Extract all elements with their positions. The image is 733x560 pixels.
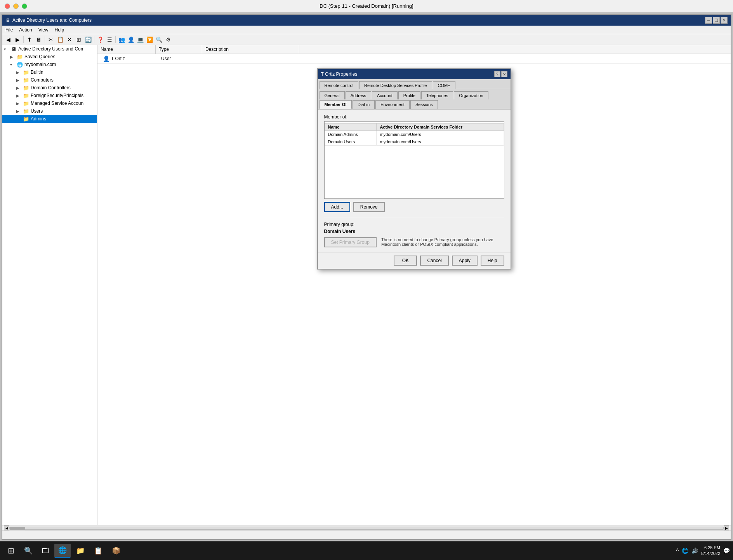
taskbar-task-view[interactable]: 🗔: [38, 544, 53, 558]
taskbar-notifications[interactable]: 💬: [723, 548, 730, 554]
dialog-body: Member of: Name Active Directory Domain …: [318, 110, 511, 252]
tab-environment[interactable]: Environment: [375, 100, 410, 109]
menu-help[interactable]: Help: [52, 26, 68, 33]
taskbar-search[interactable]: 🔍: [20, 544, 36, 558]
tab-remote-desktop[interactable]: Remote Desktop Services Profile: [359, 81, 432, 89]
status-bar: [2, 530, 731, 539]
scroll-thumb[interactable]: [10, 527, 25, 530]
scroll-right-btn[interactable]: ▶: [724, 525, 729, 531]
os-title-text: DC (Step 11 - Created Domain) [Running]: [320, 3, 413, 9]
tab-address[interactable]: Address: [346, 91, 371, 99]
apply-button[interactable]: Apply: [452, 256, 478, 266]
tab-telephones[interactable]: Telephones: [421, 91, 453, 99]
tree-item-admins[interactable]: 📁 Admins: [2, 115, 97, 123]
tree-item-managed-service[interactable]: ▶ 📁 Managed Service Accoun: [2, 99, 97, 107]
toolbar-new[interactable]: ✂: [47, 35, 55, 44]
tree-label-saved-queries: Saved Queries: [24, 54, 55, 59]
tab-dial-in[interactable]: Dial-in: [353, 100, 375, 109]
toolbar-show-console[interactable]: 🖥: [35, 35, 43, 44]
tree-item-computers[interactable]: ▶ 📁 Computers: [2, 76, 97, 84]
dialog-title-text: T Ortiz Properties: [321, 71, 358, 77]
taskbar-speaker[interactable]: 🔊: [691, 548, 698, 554]
taskbar-app2[interactable]: 📦: [108, 544, 124, 558]
tree-expand-domain-controllers[interactable]: ▶: [16, 86, 23, 90]
add-button[interactable]: Add...: [324, 202, 350, 212]
remove-button[interactable]: Remove: [353, 202, 385, 212]
tree-expand-builtin[interactable]: ▶: [16, 70, 23, 75]
menu-view[interactable]: View: [35, 26, 52, 33]
maximize-btn[interactable]: [22, 3, 27, 9]
tab-organization[interactable]: Organization: [454, 91, 488, 99]
h-scrollbar[interactable]: ◀ ▶: [2, 525, 731, 530]
win-controls[interactable]: ─ ❐ ✕: [705, 17, 728, 24]
member-row-domain-users[interactable]: Domain Users mydomain.com/Users: [325, 138, 504, 146]
menu-action[interactable]: Action: [16, 26, 35, 33]
member-name-users: Domain Users: [325, 138, 377, 146]
tab-remote-control[interactable]: Remote control: [320, 81, 359, 89]
taskbar-app1[interactable]: 📋: [90, 544, 106, 558]
os-window-controls[interactable]: [5, 3, 27, 9]
toolbar-add-user[interactable]: 👤: [127, 35, 135, 44]
tab-sessions[interactable]: Sessions: [410, 100, 438, 109]
dialog-title-bar: T Ortiz Properties ? ✕: [318, 69, 511, 79]
toolbar-filter[interactable]: 🔽: [145, 35, 154, 44]
restore-window-btn[interactable]: ❐: [713, 17, 720, 24]
toolbar-extra[interactable]: ⚙: [164, 35, 172, 44]
toolbar-delete[interactable]: ✕: [65, 35, 74, 44]
taskbar-clock[interactable]: 6:25 PM 8/14/2022: [701, 545, 720, 557]
tree-item-root[interactable]: ▾ 🖥 Active Directory Users and Com: [2, 45, 97, 53]
member-row-domain-admins[interactable]: Domain Admins mydomain.com/Users: [325, 131, 504, 138]
dialog-help-btn[interactable]: ?: [494, 71, 500, 77]
toolbar-refresh[interactable]: 🔄: [84, 35, 92, 44]
dialog-close-btn[interactable]: ✕: [501, 71, 507, 77]
toolbar-view[interactable]: ☰: [105, 35, 114, 44]
taskbar-explorer[interactable]: 📁: [72, 544, 89, 558]
tree-expand-mydomain[interactable]: ▾: [10, 63, 16, 67]
toolbar-back[interactable]: ◀: [4, 35, 12, 44]
pg-value-text: Domain Users: [324, 229, 504, 234]
toolbar-up[interactable]: ⬆: [25, 35, 34, 44]
toolbar-users[interactable]: 👥: [117, 35, 126, 44]
minimize-window-btn[interactable]: ─: [705, 17, 712, 24]
toolbar-add-computer[interactable]: 💻: [136, 35, 144, 44]
toolbar-copy[interactable]: 📋: [56, 35, 64, 44]
taskbar-show-hidden[interactable]: ^: [676, 548, 679, 554]
dialog-title-controls[interactable]: ? ✕: [494, 71, 507, 77]
close-btn[interactable]: [5, 3, 10, 9]
tree-expand-computers[interactable]: ▶: [16, 78, 23, 82]
tree-expand-managed-service[interactable]: ▶: [16, 101, 23, 106]
help-button[interactable]: Help: [481, 256, 504, 266]
tab-account[interactable]: Account: [372, 91, 398, 99]
ok-button[interactable]: OK: [394, 256, 417, 266]
taskbar-system-tray: ^ 🌐 🔊 6:25 PM 8/14/2022 💬: [676, 545, 730, 557]
tab-member-of[interactable]: Member Of: [320, 100, 352, 109]
close-window-btn[interactable]: ✕: [721, 17, 728, 24]
tree-item-saved-queries[interactable]: ▶ 📁 Saved Queries: [2, 53, 97, 61]
cancel-button[interactable]: Cancel: [420, 256, 448, 266]
tab-general[interactable]: General: [320, 91, 345, 99]
toolbar-props[interactable]: ⊞: [75, 35, 83, 44]
tree-expand-users[interactable]: ▶: [16, 109, 23, 113]
tab-com-plus[interactable]: COM+: [433, 81, 455, 89]
tree-expand-foreign-security[interactable]: ▶: [16, 94, 23, 98]
menu-file[interactable]: File: [2, 26, 16, 33]
taskbar-network[interactable]: 🌐: [682, 548, 688, 554]
member-list-container: Name Active Directory Domain Services Fo…: [324, 121, 504, 199]
tree-item-mydomain[interactable]: ▾ 🌐 mydomain.com: [2, 61, 97, 68]
tree-expand-root[interactable]: ▾: [4, 47, 10, 51]
tab-profile[interactable]: Profile: [398, 91, 420, 99]
scroll-track[interactable]: [9, 527, 724, 530]
taskbar-ie[interactable]: 🌐: [54, 544, 71, 558]
tree-item-users[interactable]: ▶ 📁 Users: [2, 107, 97, 115]
toolbar-find[interactable]: 🔍: [155, 35, 163, 44]
tree-expand-saved-queries[interactable]: ▶: [10, 55, 16, 59]
set-primary-group-button[interactable]: Set Primary Group: [324, 237, 377, 247]
minimize-btn[interactable]: [13, 3, 19, 9]
scroll-left-btn[interactable]: ◀: [4, 525, 9, 531]
tree-item-domain-controllers[interactable]: ▶ 📁 Domain Controllers: [2, 84, 97, 92]
tree-item-builtin[interactable]: ▶ 📁 Builtin: [2, 68, 97, 76]
taskbar-start-button[interactable]: ⊞: [3, 543, 19, 558]
tree-item-foreign-security[interactable]: ▶ 📁 ForeignSecurityPrincipals: [2, 92, 97, 99]
toolbar-forward[interactable]: ▶: [13, 35, 22, 44]
toolbar-help[interactable]: ❓: [96, 35, 104, 44]
